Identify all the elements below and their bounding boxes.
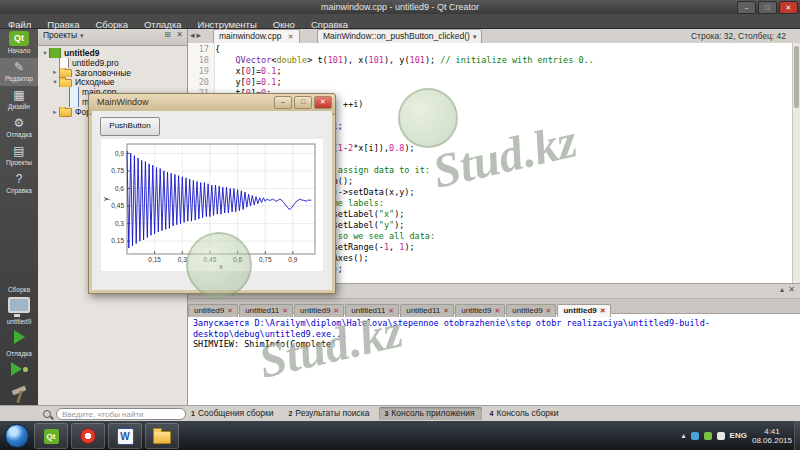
expander-icon[interactable]: ▾	[51, 78, 59, 86]
menu-item[interactable]: Окно	[265, 18, 303, 31]
locator-input[interactable]	[56, 408, 186, 420]
build-section-label: Сборка	[0, 286, 38, 294]
taskbar-app-explorer[interactable]	[145, 423, 179, 449]
menu-item[interactable]: Правка	[39, 18, 87, 31]
expander-icon[interactable]: ▸	[51, 108, 59, 116]
line-number: 18	[187, 55, 209, 66]
mode-projects-button[interactable]: ▤Проекты	[0, 142, 38, 170]
mode-rail: Сборка untitled9 Отладка QtНачало✎Редакт…	[0, 28, 38, 405]
taskbar-app-browser[interactable]	[71, 423, 105, 449]
dialog-close-button[interactable]: ✕	[314, 96, 332, 109]
folder-icon	[59, 79, 72, 87]
build-button[interactable]	[9, 388, 29, 403]
output-tab[interactable]: untitled9✕	[557, 304, 610, 317]
maximize-button[interactable]: □	[758, 1, 777, 14]
tree-item[interactable]: untitled9.pro	[38, 58, 187, 68]
push-button[interactable]: PushButton	[100, 117, 160, 136]
tab-close-icon[interactable]: ✕	[227, 307, 233, 314]
output-pane-button[interactable]: 3Консоль приложения	[379, 407, 481, 420]
hidden-icons-chevron[interactable]: ▴	[682, 431, 686, 440]
output-tab[interactable]: untitled9✕	[455, 304, 505, 317]
qt-icon: Qt	[44, 429, 59, 444]
tab-close-icon[interactable]: ✕	[282, 307, 288, 314]
file-icon	[59, 58, 69, 68]
search-icon	[43, 410, 51, 418]
language-indicator[interactable]: ENG	[730, 431, 747, 440]
debug-icon: ⚙	[0, 116, 38, 131]
dialog-minimize-button[interactable]: –	[274, 96, 292, 109]
expander-icon[interactable]: ▾	[41, 49, 49, 57]
svg-text:y: y	[102, 197, 110, 201]
output-tab[interactable]: untitled9✕	[294, 304, 344, 317]
tree-item-label: untitled9	[64, 48, 99, 58]
close-button[interactable]: ✕	[779, 1, 798, 14]
tray-icon[interactable]	[717, 432, 725, 440]
output-pane-button[interactable]: 1Сообщения сборки	[186, 407, 280, 420]
nav-back-forward-icons[interactable]: ◂▸	[190, 30, 203, 40]
mainwindow-dialog[interactable]: MainWindow – □ ✕ PushButton 0,150,30,450…	[88, 93, 336, 294]
debug-button[interactable]	[9, 362, 29, 380]
menu-bar: ФайлПравкаСборкаОтладкаИнструментыОкноСп…	[0, 14, 800, 29]
scrollbar-thumb[interactable]	[794, 46, 799, 108]
menu-item[interactable]: Отладка	[136, 18, 190, 31]
taskbar-app-word[interactable]: W	[108, 423, 142, 449]
output-tab[interactable]: untitled11✕	[345, 304, 399, 317]
clock[interactable]: 4:41 08.06.2015	[752, 427, 792, 445]
tab-close-icon[interactable]: ✕	[288, 33, 294, 40]
output-tab[interactable]: untitled9✕	[506, 304, 556, 317]
run-button[interactable]	[9, 330, 29, 348]
expander-icon[interactable]: ▸	[51, 68, 59, 76]
tab-close-icon[interactable]: ✕	[494, 307, 500, 314]
tray-icon[interactable]	[704, 432, 712, 440]
mode-debug-button[interactable]: ⚙Отладка	[0, 114, 38, 142]
output-tab[interactable]: untitled11✕	[400, 304, 454, 317]
tab-close-icon[interactable]: ✕	[333, 307, 339, 314]
editor-scrollbar[interactable]	[792, 43, 800, 283]
dialog-maximize-button[interactable]: □	[294, 96, 312, 109]
tab-close-icon[interactable]: ✕	[443, 307, 449, 314]
split-sidebar-icon[interactable]: ⊞	[164, 30, 171, 39]
tree-item[interactable]: ▾untitled9	[38, 48, 187, 58]
menu-item[interactable]: Файл	[0, 18, 39, 31]
output-tabs: untitled9✕untitled11✕untitled9✕untitled1…	[187, 299, 800, 314]
menu-item[interactable]: Справка	[303, 18, 356, 31]
help-icon: ?	[0, 172, 38, 187]
console-output[interactable]: Запускается D:\Arailym\diplom\Halelova\s…	[187, 314, 800, 350]
output-tab[interactable]: untitled11✕	[239, 304, 293, 317]
taskbar-app-qt-creator[interactable]: Qt	[34, 423, 68, 449]
tab-close-icon[interactable]: ✕	[600, 307, 606, 314]
window-titlebar[interactable]: mainwindow.cpp - untitled9 - Qt Creator …	[0, 0, 800, 14]
tab-close-icon[interactable]: ✕	[546, 307, 552, 314]
custom-plot-widget: 0,150,30,450,60,750,90,90,750,60,450,30,…	[101, 139, 323, 271]
output-pane-button[interactable]: 2Результаты поиска	[283, 407, 376, 420]
target-config-label: Отладка	[0, 350, 38, 358]
editor-tab-mainwindow[interactable]: mainwindow.cpp ✕	[213, 29, 300, 44]
output-pane-button[interactable]: 4Консоль сборки	[485, 407, 566, 420]
close-sidebar-icon[interactable]: ✕	[176, 30, 183, 39]
maximize-pane-icon[interactable]: ▴	[780, 285, 784, 294]
close-pane-icon[interactable]: ✕	[788, 285, 795, 294]
menu-item[interactable]: Сборка	[87, 18, 136, 31]
minimize-button[interactable]: –	[737, 1, 756, 14]
output-pane-buttons: 1Сообщения сборки2Результаты поиска3Конс…	[186, 407, 566, 420]
folder-icon	[59, 69, 72, 77]
mode-edit-button[interactable]: ✎Редактор	[0, 58, 38, 86]
mode-qt-logo-button[interactable]: QtНачало	[0, 28, 38, 58]
code-line: 17{	[187, 44, 800, 55]
svg-text:0,3: 0,3	[178, 256, 187, 263]
mode-design-button[interactable]: ▦Дизайн	[0, 86, 38, 114]
tree-item[interactable]: ▸Заголовочные	[38, 68, 187, 78]
svg-text:0,6: 0,6	[233, 256, 242, 263]
clock-date: 08.06.2015	[752, 436, 792, 445]
target-selector-icon[interactable]	[8, 297, 30, 313]
mode-help-button[interactable]: ?Справка	[0, 170, 38, 198]
start-button[interactable]	[5, 424, 29, 448]
menu-item[interactable]: Инструменты	[190, 18, 265, 31]
tab-close-icon[interactable]: ✕	[388, 307, 394, 314]
tree-item[interactable]: ▾Исходные	[38, 77, 187, 87]
show-desktop-button[interactable]	[794, 421, 800, 450]
tray-icon[interactable]	[691, 432, 699, 440]
symbol-combobox[interactable]: MainWindow::on_pushButton_clicked()▾	[317, 29, 482, 44]
output-tab[interactable]: untitled9✕	[188, 304, 238, 317]
mode-label: Проекты	[0, 159, 38, 167]
